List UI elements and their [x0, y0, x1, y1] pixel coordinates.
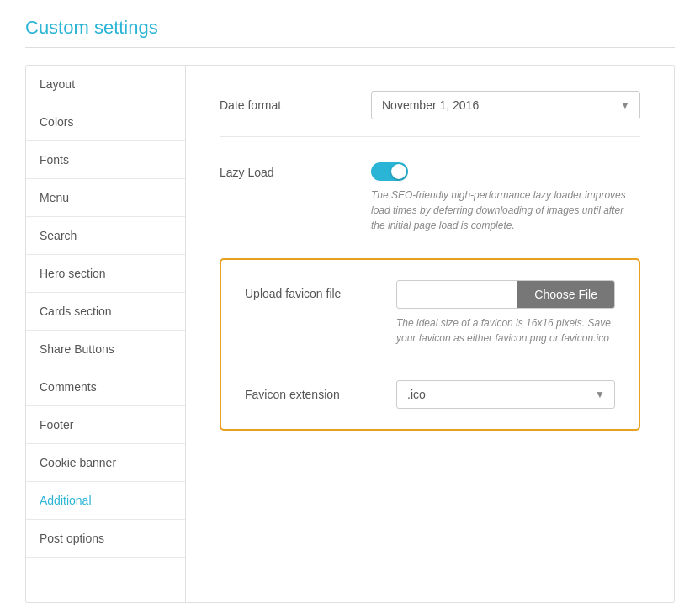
date-format-label: Date format — [220, 98, 371, 112]
toggle-slider — [371, 162, 408, 181]
sidebar-item-cookie-banner[interactable]: Cookie banner — [26, 444, 185, 482]
favicon-extension-control: .ico.png ▼ — [396, 380, 615, 409]
page-title: Custom settings — [25, 17, 675, 48]
lazy-load-section: Lazy Load The SEO-friendly high-performa… — [220, 162, 640, 233]
sidebar-item-post-options[interactable]: Post options — [26, 520, 185, 558]
lazy-load-label: Lazy Load — [220, 162, 371, 233]
lazy-load-toggle[interactable] — [371, 162, 408, 181]
lazy-load-description: The SEO-friendly high-performance lazy l… — [371, 188, 640, 233]
sidebar-item-cards-section[interactable]: Cards section — [26, 293, 185, 331]
sidebar-item-layout[interactable]: Layout — [26, 66, 185, 103]
lazy-load-toggle-container — [371, 162, 640, 181]
favicon-extension-select[interactable]: .ico.png — [396, 380, 615, 409]
lazy-load-row: Lazy Load The SEO-friendly high-performa… — [220, 162, 640, 233]
favicon-extension-row: Favicon extension .ico.png ▼ — [245, 380, 615, 409]
date-format-select-wrapper: November 1, 20161 November, 20162016-11-… — [371, 91, 640, 119]
sidebar-item-additional[interactable]: Additional — [26, 482, 185, 520]
sidebar-item-search[interactable]: Search — [26, 217, 185, 255]
sidebar-item-menu[interactable]: Menu — [26, 179, 185, 217]
sidebar-item-hero-section[interactable]: Hero section — [26, 255, 185, 293]
file-input-text — [397, 288, 517, 301]
favicon-extension-label: Favicon extension — [245, 388, 396, 401]
lazy-load-toggle-area: The SEO-friendly high-performance lazy l… — [371, 162, 640, 233]
upload-favicon-row: Upload favicon file Choose File The idea… — [245, 280, 615, 363]
sidebar-item-footer[interactable]: Footer — [26, 406, 185, 444]
date-format-row: Date format November 1, 20161 November, … — [220, 91, 640, 137]
main-layout: LayoutColorsFontsMenuSearchHero sectionC… — [25, 65, 675, 603]
sidebar-item-comments[interactable]: Comments — [26, 368, 185, 406]
sidebar-item-colors[interactable]: Colors — [26, 103, 185, 141]
upload-favicon-control: Choose File The ideal size of a favicon … — [396, 280, 615, 346]
sidebar: LayoutColorsFontsMenuSearchHero sectionC… — [26, 66, 186, 602]
favicon-extension-select-wrapper: .ico.png ▼ — [396, 380, 615, 409]
choose-file-button[interactable]: Choose File — [517, 281, 614, 308]
sidebar-item-share-buttons[interactable]: Share Buttons — [26, 331, 185, 368]
content-area: Date format November 1, 20161 November, … — [186, 66, 674, 602]
sidebar-item-fonts[interactable]: Fonts — [26, 141, 185, 179]
favicon-section-box: Upload favicon file Choose File The idea… — [220, 258, 640, 431]
upload-favicon-label: Upload favicon file — [245, 280, 396, 300]
date-format-control: November 1, 20161 November, 20162016-11-… — [371, 91, 640, 119]
favicon-hint: The ideal size of a favicon is 16x16 pix… — [396, 315, 615, 346]
date-format-select[interactable]: November 1, 20161 November, 20162016-11-… — [371, 91, 640, 119]
file-input-wrapper: Choose File — [396, 280, 615, 309]
